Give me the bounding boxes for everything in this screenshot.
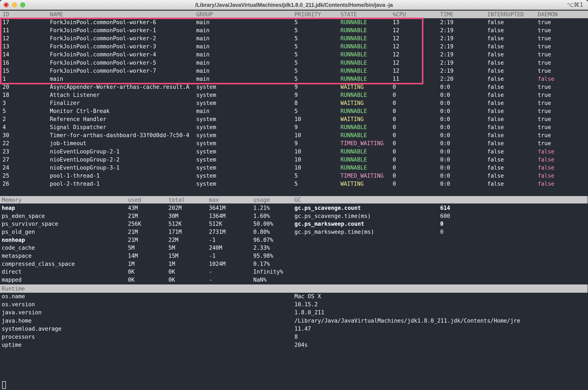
thread-priority: 5 <box>294 51 341 58</box>
thread-id: 17 <box>2 19 50 25</box>
runtime-key: os.version <box>2 301 294 308</box>
thread-daemon: true <box>538 124 588 130</box>
runtime-value: 204s <box>294 342 588 348</box>
thread-interrupted: false <box>487 84 538 90</box>
memory-max: 2731M <box>209 229 253 235</box>
runtime-row: systemload.average11.47 <box>0 325 588 333</box>
thread-cpu: 0 <box>393 108 440 114</box>
thread-row: 3Finalizersystem8WAITING00:0falsetrue <box>0 99 588 107</box>
memory-usage: 0.80% <box>253 229 294 235</box>
thread-row: 26pool-2-thread-1system5WAITING00:0false… <box>0 180 588 188</box>
thread-state: RUNNABLE <box>341 35 393 42</box>
thread-time: 0:0 <box>440 173 487 179</box>
memory-used: 21M <box>128 213 169 219</box>
thread-id: 13 <box>2 43 50 49</box>
thread-interrupted: false <box>487 35 538 42</box>
memory-usage: Infinity% <box>253 269 294 275</box>
column-header-id: ID <box>2 11 50 18</box>
thread-cpu: 0 <box>393 164 440 171</box>
runtime-key: processors <box>2 334 294 340</box>
thread-daemon: true <box>538 140 588 146</box>
thread-state: WAITING <box>341 116 393 122</box>
thread-id: 4 <box>2 124 50 130</box>
memory-usage: 50.00% <box>253 221 294 227</box>
thread-cpu: 12 <box>393 59 440 66</box>
thread-priority: 9 <box>294 84 341 90</box>
gc-value: 600 <box>440 213 588 219</box>
runtime-value: /Library/Java/JavaVirtualMachines/jdk1.8… <box>294 318 588 324</box>
thread-name: job-timeout <box>50 140 196 146</box>
thread-interrupted: false <box>487 181 538 187</box>
thread-group: system <box>196 164 294 171</box>
memory-used: 21M <box>128 237 169 243</box>
thread-daemon: false <box>538 76 588 82</box>
column-header-state: STATE <box>341 11 393 18</box>
memory-label: nonheap <box>2 237 128 243</box>
thread-state: RUNNABLE <box>341 124 393 130</box>
thread-priority: 8 <box>294 100 341 106</box>
thread-daemon: false <box>538 164 588 171</box>
thread-row: 23nioEventLoopGroup-2-1system10RUNNABLE0… <box>0 147 588 155</box>
thread-cpu: 0 <box>393 92 440 98</box>
runtime-value: Mac OS X <box>294 293 588 299</box>
thread-name: Signal Dispatcher <box>50 124 196 130</box>
thread-cpu: 0 <box>393 181 440 187</box>
thread-priority: 5 <box>294 59 341 66</box>
thread-priority: 5 <box>294 35 341 42</box>
thread-id: 26 <box>2 181 50 187</box>
thread-cpu: 0 <box>393 100 440 106</box>
thread-name: nioEventLoopGroup-2-2 <box>50 156 196 163</box>
window-titlebar: /Library/Java/JavaVirtualMachines/jdk1.8… <box>0 0 588 11</box>
thread-interrupted: false <box>487 148 538 155</box>
thread-group: main <box>196 68 294 74</box>
memory-total: 0K <box>169 277 209 283</box>
thread-priority: 5 <box>294 19 341 25</box>
thread-name: Reference Handler <box>50 116 196 122</box>
runtime-row: uptime204s <box>0 341 588 349</box>
thread-table-body: 17ForkJoinPool.commonPool-worker-6main5R… <box>0 18 588 188</box>
thread-interrupted: false <box>487 43 538 49</box>
thread-state: RUNNABLE <box>341 59 393 66</box>
thread-priority: 10 <box>294 148 341 155</box>
thread-id: 27 <box>2 156 50 163</box>
thread-priority: 5 <box>294 76 341 82</box>
thread-name: Monitor Ctrl-Break <box>50 108 196 114</box>
thread-id: 16 <box>2 59 50 66</box>
thread-group: system <box>196 92 294 98</box>
thread-state: RUNNABLE <box>341 27 393 34</box>
thread-daemon: true <box>538 132 588 138</box>
thread-state: RUNNABLE <box>341 43 393 49</box>
memory-table-body: heap43M202M3641M1.21%gc.ps_scavenge.coun… <box>0 204 588 284</box>
thread-interrupted: false <box>487 164 538 171</box>
column-header-interrupted: INTERRUPTED <box>487 11 538 18</box>
thread-id: 3 <box>2 100 50 106</box>
thread-cpu: 0 <box>393 156 440 163</box>
memory-used: 0K <box>128 269 169 275</box>
thread-id: 14 <box>2 51 50 58</box>
thread-group: main <box>196 35 294 42</box>
memory-row: metaspace14M15M-195.98% <box>0 252 588 260</box>
column-header-gc: GC <box>294 197 440 203</box>
thread-priority: 10 <box>294 132 341 138</box>
thread-name: nioEventLoopGroup-2-1 <box>50 148 196 155</box>
thread-id: 1 <box>2 76 50 82</box>
thread-state: WAITING <box>341 181 393 187</box>
thread-priority: 5 <box>294 43 341 49</box>
thread-daemon: true <box>538 116 588 122</box>
memory-table-header: MemoryusedtotalmaxusageGC <box>0 196 588 203</box>
runtime-key: systemload.average <box>2 326 294 332</box>
runtime-section-body: os.nameMac OS Xos.version10.15.2java.ver… <box>0 292 588 349</box>
memory-total: 30M <box>169 213 209 219</box>
thread-cpu: 12 <box>393 27 440 34</box>
thread-row: 24nioEventLoopGroup-3-1system10RUNNABLE0… <box>0 164 588 172</box>
thread-daemon: true <box>538 84 588 90</box>
thread-cpu: 12 <box>393 51 440 58</box>
memory-max: 512K <box>209 221 253 227</box>
memory-total: 202M <box>169 205 209 211</box>
runtime-section-header: Runtime <box>0 285 588 293</box>
window-shortcut-badge: ⌥⌘1 <box>567 0 583 10</box>
memory-label: metaspace <box>2 253 128 259</box>
column-header-total: total <box>169 197 209 203</box>
thread-interrupted: false <box>487 116 538 122</box>
thread-row: 4Signal Dispatchersystem9RUNNABLE00:0fal… <box>0 123 588 131</box>
